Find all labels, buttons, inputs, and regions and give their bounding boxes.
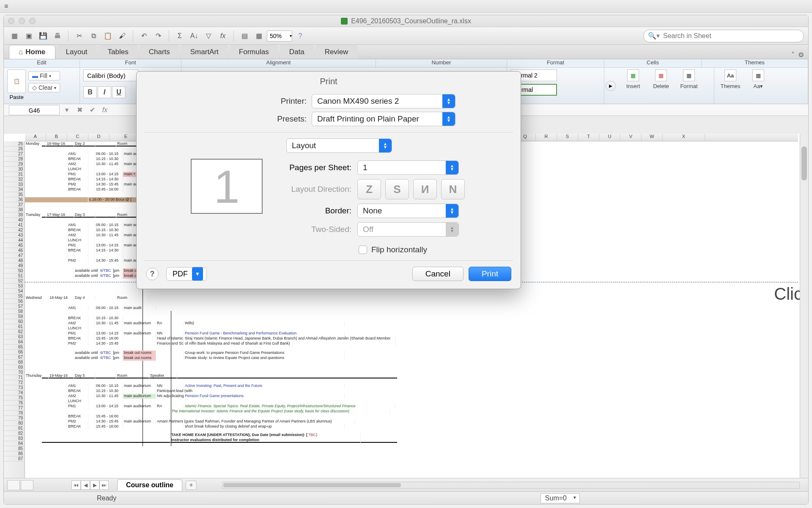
next-sheet-button[interactable]: ▶ xyxy=(90,480,99,490)
show-hide-button[interactable]: ▤ xyxy=(238,30,251,42)
print-dialog: Print Printer: Canon MX490 series 2▲▼ Pr… xyxy=(136,71,521,289)
clear-button[interactable]: ◇Clear▾ xyxy=(28,83,60,92)
window-controls[interactable] xyxy=(8,18,36,24)
name-box-dropdown-icon[interactable]: ▾ xyxy=(61,105,72,115)
notifications-icon[interactable]: ≡ xyxy=(0,0,812,12)
status-sum[interactable]: Sum=0 xyxy=(540,493,580,503)
tab-home[interactable]: ⌂Home xyxy=(9,45,55,59)
layout-dir-lr-tb-button[interactable]: Z xyxy=(357,179,381,199)
status-ready: Ready xyxy=(97,494,116,502)
print-section-select[interactable]: Layout▲▼ xyxy=(286,138,392,153)
fill-button[interactable]: ▬Fill▾ xyxy=(28,71,60,80)
chevron-updown-icon: ▲▼ xyxy=(442,112,455,126)
chevron-updown-icon: ▲▼ xyxy=(446,204,458,218)
chevron-updown-icon: ▲▼ xyxy=(446,223,458,236)
redo-button[interactable]: ↷ xyxy=(152,30,165,42)
paste-big-button[interactable]: 📋 xyxy=(7,69,26,93)
vertical-scrollbar[interactable] xyxy=(800,134,808,478)
sheet-tab-active[interactable]: Course outline xyxy=(117,479,182,491)
undo-button[interactable]: ↶ xyxy=(137,30,150,42)
watermark-text: Clic xyxy=(774,284,802,304)
fx-icon[interactable]: fx xyxy=(99,105,110,115)
printer-select[interactable]: Canon MX490 series 2▲▼ xyxy=(312,94,455,108)
chevron-updown-icon: ▲▼ xyxy=(379,139,392,152)
ribbon-collapse-icon[interactable]: ˄ xyxy=(791,51,795,59)
filter-button[interactable]: ▽ xyxy=(202,30,215,42)
sort-button[interactable]: A↓ xyxy=(188,30,200,42)
cancel-button[interactable]: Cancel xyxy=(412,267,464,281)
delete-cells-button[interactable]: ▦Delete xyxy=(648,69,674,89)
excel-file-icon xyxy=(341,18,348,25)
copy-button[interactable]: ⧉ xyxy=(87,30,100,42)
new-button[interactable]: ▦ xyxy=(8,30,21,42)
ribbon-tabs: ⌂Home Layout Tables Charts SmartArt Form… xyxy=(4,45,808,59)
chevron-down-icon: ▼ xyxy=(192,267,203,281)
format-cells-button[interactable]: ▦Format xyxy=(676,69,702,89)
two-sided-select: Off▲▼ xyxy=(357,222,459,237)
home-icon: ⌂ xyxy=(19,48,23,56)
horizontal-scrollbar[interactable] xyxy=(222,482,800,489)
add-sheet-button[interactable]: + xyxy=(186,480,197,490)
prev-sheet-button[interactable]: ◀ xyxy=(81,480,90,490)
two-sided-label: Two-Sided: xyxy=(273,225,357,234)
styles-expand-icon[interactable]: ▸ xyxy=(606,81,616,91)
tab-charts[interactable]: Charts xyxy=(139,45,180,59)
printer-label: Printer: xyxy=(202,97,312,106)
accept-formula-icon[interactable]: ✔ xyxy=(87,105,98,115)
status-bar: Ready Sum=0 xyxy=(4,491,808,504)
search-icon: 🔍▾ xyxy=(648,32,660,40)
layout-dir-rl-tb-button[interactable]: S xyxy=(385,179,409,199)
paste-button[interactable]: 📋 xyxy=(102,30,114,42)
chevron-updown-icon: ▲▼ xyxy=(446,161,458,174)
border-select[interactable]: None▲▼ xyxy=(357,204,459,218)
last-sheet-button[interactable]: ⏭ xyxy=(99,480,109,490)
italic-button[interactable]: I xyxy=(98,86,111,98)
help-button[interactable]: ? xyxy=(294,30,307,42)
dialog-title: Print xyxy=(137,72,521,91)
open-button[interactable]: ▣ xyxy=(22,30,35,42)
themes-button[interactable]: AaThemes xyxy=(718,69,743,89)
print-button[interactable]: Print xyxy=(469,267,511,281)
normal-view-button[interactable] xyxy=(7,480,20,490)
tab-layout[interactable]: Layout xyxy=(56,45,97,59)
presets-select[interactable]: Draft Printing on Plain Paper▲▼ xyxy=(312,112,455,126)
tab-tables[interactable]: Tables xyxy=(98,45,138,59)
theme-colors-button[interactable]: ▦Aa▾ xyxy=(746,69,771,89)
mac-menubar: Excel File Edit View Insert Format Tools… xyxy=(0,0,812,13)
chevron-updown-icon: ▲▼ xyxy=(442,94,455,108)
quick-access-toolbar: ▦ ▣ 💾 🖶 ✂ ⧉ 📋 🖌 ↶ ↷ Σ A↓ ▽ fx ▤ ▦ 50%▾ ?… xyxy=(4,27,808,45)
cut-button[interactable]: ✂ xyxy=(73,30,85,42)
format-painter-button[interactable]: 🖌 xyxy=(116,30,129,42)
sheet-search[interactable]: 🔍▾ xyxy=(643,30,804,42)
flip-horizontally-checkbox[interactable] xyxy=(359,246,367,254)
insert-cells-button[interactable]: ▦Insert xyxy=(620,69,646,89)
fx-button[interactable]: fx xyxy=(217,30,229,42)
group-button[interactable]: ▦ xyxy=(252,30,265,42)
tab-review[interactable]: Review xyxy=(315,45,358,59)
cancel-formula-icon[interactable]: ✖ xyxy=(74,105,85,115)
zoom-select[interactable]: 50%▾ xyxy=(267,30,292,41)
sheet-search-input[interactable] xyxy=(663,32,799,40)
page-layout-view-button[interactable] xyxy=(21,480,33,490)
font-name-select[interactable]: Calibri (Body) xyxy=(83,69,138,81)
tab-smartart[interactable]: SmartArt xyxy=(181,45,228,59)
layout-dir-tb-lr-button[interactable]: И xyxy=(413,179,437,199)
pdf-dropdown[interactable]: PDF▼ xyxy=(166,267,207,281)
first-sheet-button[interactable]: ⏮ xyxy=(71,480,81,490)
layout-dir-tb-rl-button[interactable]: N xyxy=(441,179,465,199)
underline-button[interactable]: U xyxy=(112,86,126,98)
print-button[interactable]: 🖶 xyxy=(51,30,64,42)
autosum-button[interactable]: Σ xyxy=(173,30,186,42)
name-box[interactable]: G46 xyxy=(9,105,60,115)
tab-formulas[interactable]: Formulas xyxy=(229,45,279,59)
bold-button[interactable]: B xyxy=(83,86,97,98)
pages-per-sheet-select[interactable]: 1▲▼ xyxy=(357,160,459,175)
tab-data[interactable]: Data xyxy=(280,45,314,59)
help-button[interactable]: ? xyxy=(146,268,159,280)
layout-direction-label: Layout Direction: xyxy=(273,185,357,194)
sheet-tab-bar: ⏮ ◀ ▶ ⏭ Course outline + xyxy=(4,478,808,491)
save-button[interactable]: 💾 xyxy=(37,30,49,42)
row-headers[interactable]: 2526272829303132333435363738394041424344… xyxy=(4,141,25,478)
print-preview: 1 xyxy=(191,159,263,214)
ribbon-settings-icon[interactable]: ⚙ xyxy=(798,51,804,59)
